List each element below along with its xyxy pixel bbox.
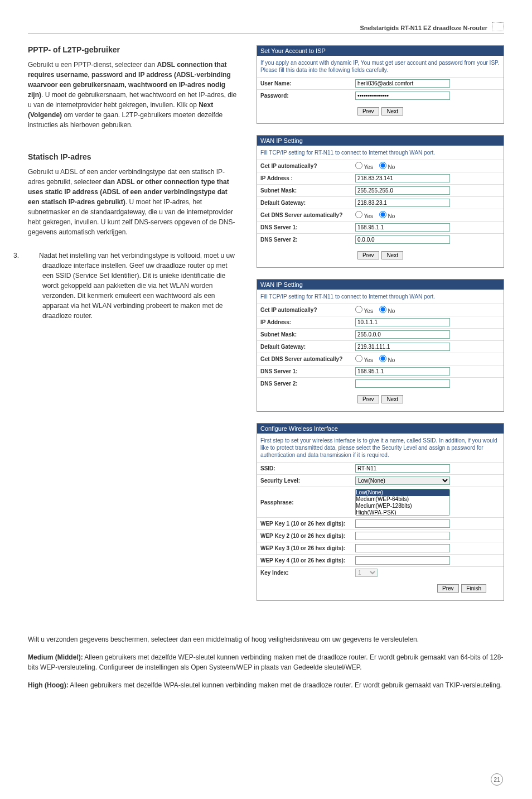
pptp-body: Gebruikt u een PPTP-dienst, selecteer da… [28, 60, 240, 130]
wan1-dns2-label: DNS Server 2: [260, 237, 355, 243]
wepkey1-label: WEP Key 1 (10 or 26 hex digits): [260, 521, 355, 527]
wepkey1-input[interactable] [355, 519, 450, 528]
doc-header: Snelstartgids RT-N11 EZ draadloze N-rout… [28, 22, 504, 34]
high-text: Alleen gebruikers met dezelfde WPA-sleut… [69, 681, 502, 689]
wifi-finish-button[interactable]: Finish [461, 584, 486, 593]
isp-panel-header: Set Your Account to ISP [257, 46, 504, 56]
opt-wpa[interactable]: High(WPA-PSK) [356, 509, 449, 516]
wan1-ip-label: IP Address : [260, 175, 355, 181]
wan2-dns2-input[interactable] [355, 379, 450, 388]
wan2-next-button[interactable]: Next [381, 395, 403, 403]
wan-ip-panel-1: WAN IP Setting Fill TCP/IP setting for R… [257, 135, 504, 268]
opt-wep64[interactable]: Medium(WEP-64bits) [356, 496, 449, 503]
wifi-desc: First step to set your wireless interfac… [257, 434, 504, 462]
keyindex-select[interactable]: 1 [355, 569, 378, 577]
wan1-autodns-radios: Yes No [355, 211, 500, 219]
static-title: Statisch IP-adres [28, 152, 240, 161]
wan1-ip-input[interactable] [355, 174, 450, 182]
wan2-autodns-label: Get DNS Server automatically? [260, 356, 355, 362]
doc-header-title: Snelstartgids RT-N11 EZ draadloze N-rout… [360, 25, 487, 31]
step3-text: Nadat het instelling van het verbindings… [39, 252, 235, 320]
wan1-desc: Fill TCP/IP setting for RT-N11 to connec… [257, 146, 504, 160]
medium-text: Alleen gebruikers met dezelfde WEP-sleut… [28, 653, 503, 671]
wepkey2-input[interactable] [355, 532, 450, 540]
wifi-header: Configure Wireless Interface [257, 423, 504, 434]
bottom-high: High (Hoog): Alleen gebruikers met dezel… [28, 680, 504, 690]
username-label: User Name: [260, 80, 355, 86]
static-body: Gebruikt u ADSL of een ander verbindings… [28, 167, 240, 237]
wan2-ip-input[interactable] [355, 318, 450, 326]
step3-item: 3.Nadat het instelling van het verbindin… [42, 251, 240, 321]
wifi-prev-button[interactable]: Prev [437, 584, 459, 593]
wan2-prev-button[interactable]: Prev [357, 395, 379, 403]
wan1-autoip-yes[interactable]: Yes [355, 164, 373, 170]
wan2-ip-label: IP Address: [260, 319, 355, 325]
password-label: Password: [260, 93, 355, 99]
high-label: High (Hoog): [28, 681, 69, 689]
wan2-autoip-no[interactable]: No [379, 308, 395, 314]
wan1-autodns-label: Get DNS Server automatically? [260, 212, 355, 218]
bottom-p1: Wilt u verzonden gegevens beschermen, se… [28, 634, 504, 644]
step3-number: 3. [28, 251, 39, 261]
medium-label: Medium (Middel): [28, 653, 83, 661]
keyindex-label: Key Index: [260, 570, 355, 576]
wan1-header: WAN IP Setting [257, 136, 504, 146]
wan1-autoip-label: Get IP automatically? [260, 163, 355, 169]
wan2-autoip-label: Get IP automatically? [260, 307, 355, 313]
opt-low[interactable]: Low(None) [356, 489, 449, 496]
wan2-gw-label: Default Gateway: [260, 344, 355, 350]
wan1-mask-label: Subnet Mask: [260, 187, 355, 194]
static-section: Statisch IP-adres Gebruikt u ADSL of een… [28, 152, 240, 237]
page-number: 21 [491, 773, 503, 786]
wepkey4-label: WEP Key 4 (10 or 26 hex digits): [260, 557, 355, 564]
wan1-mask-input[interactable] [355, 186, 450, 195]
wan2-autodns-yes[interactable]: Yes [355, 357, 373, 363]
pptp-title: PPTP- of L2TP-gebruiker [28, 45, 240, 54]
wan1-dns1-label: DNS Server 1: [260, 224, 355, 230]
wan2-autodns-no[interactable]: No [379, 357, 395, 363]
username-input[interactable] [355, 79, 450, 88]
wan1-prev-button[interactable]: Prev [357, 251, 379, 259]
wepkey3-label: WEP Key 3 (10 or 26 hex digits): [260, 545, 355, 551]
wepkey3-input[interactable] [355, 544, 450, 552]
pptp-section: PPTP- of L2TP-gebruiker Gebruikt u een P… [28, 45, 240, 130]
bottom-text-section: Wilt u verzonden gegevens beschermen, se… [28, 634, 504, 690]
step3-section: 3.Nadat het instelling van het verbindin… [28, 251, 240, 321]
ssid-label: SSID: [260, 465, 355, 471]
password-input[interactable] [355, 92, 450, 100]
wan1-autoip-no[interactable]: No [379, 164, 395, 170]
wan1-gw-input[interactable] [355, 199, 450, 207]
passphrase-options-list[interactable]: Low(None) Medium(WEP-64bits) Medium(WEP-… [355, 489, 450, 516]
wan1-next-button[interactable]: Next [381, 251, 403, 259]
wan2-autodns-radios: Yes No [355, 355, 500, 363]
wan2-dns1-input[interactable] [355, 367, 450, 376]
isp-account-panel: Set Your Account to ISP If you apply an … [257, 45, 504, 124]
passphrase-label: Passphrase: [260, 499, 355, 506]
wan1-gw-label: Default Gateway: [260, 200, 355, 206]
opt-wep128[interactable]: Medium(WEP-128bits) [356, 503, 449, 509]
wan2-autoip-yes[interactable]: Yes [355, 308, 373, 314]
wireless-panel: Configure Wireless Interface First step … [257, 423, 504, 601]
isp-panel-desc: If you apply an account with dynamic IP,… [257, 56, 504, 77]
isp-next-button[interactable]: Next [381, 107, 403, 115]
wan1-dns2-input[interactable] [355, 235, 450, 244]
wan1-autodns-yes[interactable]: Yes [355, 213, 373, 219]
router-icon [492, 22, 504, 31]
security-level-select[interactable]: Low(None) [355, 476, 450, 485]
wan2-dns1-label: DNS Server 1: [260, 368, 355, 374]
wan2-mask-label: Subnet Mask: [260, 331, 355, 338]
wepkey4-input[interactable] [355, 556, 450, 565]
security-level-label: Security Level: [260, 478, 355, 484]
wan1-dns1-input[interactable] [355, 223, 450, 232]
wan2-header: WAN IP Setting [257, 280, 504, 290]
bottom-medium: Medium (Middel): Alleen gebruikers met d… [28, 652, 504, 672]
wan2-gw-input[interactable] [355, 343, 450, 351]
isp-prev-button[interactable]: Prev [357, 107, 379, 115]
wan2-autoip-radios: Yes No [355, 306, 500, 314]
wan1-autoip-radios: Yes No [355, 162, 500, 170]
ssid-input[interactable] [355, 464, 450, 473]
wan2-desc: Fill TCP/IP setting for RT-N11 to connec… [257, 290, 504, 304]
wan2-mask-input[interactable] [355, 330, 450, 339]
wepkey2-label: WEP Key 2 (10 or 26 hex digits): [260, 533, 355, 539]
wan1-autodns-no[interactable]: No [379, 213, 395, 219]
